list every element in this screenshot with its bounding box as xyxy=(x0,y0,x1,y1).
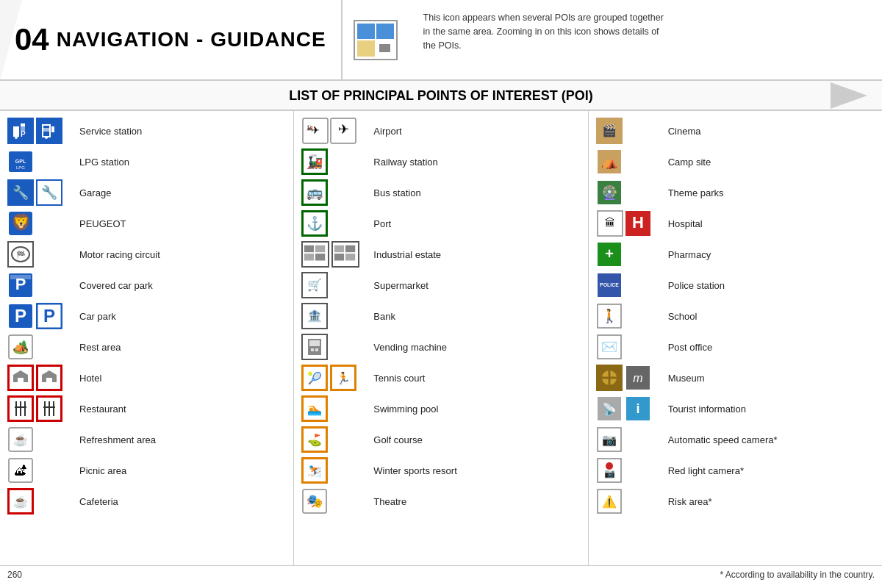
list-item: ✉️ Post office xyxy=(595,331,876,362)
svg-text:GPL: GPL xyxy=(15,159,26,164)
list-title: LIST OF PRINCIPAL POINTS OF INTEREST (PO… xyxy=(0,81,882,110)
poi-label: Car park xyxy=(79,311,116,322)
poi-icon-group: ⚓ xyxy=(301,210,368,237)
poi-icon-group: 🏕️ xyxy=(7,334,74,360)
svg-text:POLICE: POLICE xyxy=(600,282,619,287)
cluster-cell-3 xyxy=(357,40,375,57)
svg-point-8 xyxy=(45,136,48,139)
poi-label: Garage xyxy=(79,187,111,198)
chapter-title-block: 04 NAVIGATION - GUIDANCE xyxy=(0,0,343,79)
list-item: ⛷️ Winter sports resort xyxy=(300,455,581,486)
cluster-cell-1 xyxy=(357,24,375,40)
footer: 260 * According to availability in the c… xyxy=(0,565,882,584)
svg-rect-54 xyxy=(334,245,344,252)
poi-label: Golf course xyxy=(373,434,422,445)
campsite-icon: ⛺ xyxy=(596,148,623,175)
list-item: 🛒 Supermarket xyxy=(300,270,581,301)
poi-icon-group: 📷 xyxy=(596,426,662,453)
svg-text:🚂: 🚂 xyxy=(306,154,323,170)
header: 04 NAVIGATION - GUIDANCE This icon appea… xyxy=(0,0,882,81)
svg-rect-27 xyxy=(18,378,24,382)
list-item: m Museum xyxy=(595,362,876,393)
svg-rect-0 xyxy=(13,126,19,137)
svg-text:⚠️: ⚠️ xyxy=(602,495,617,509)
poi-label: Hospital xyxy=(668,218,703,229)
list-item: 🎭 Theatre xyxy=(300,486,581,517)
poi-label: LPG station xyxy=(79,157,129,168)
svg-text:📷: 📷 xyxy=(602,433,617,447)
poi-icon-group xyxy=(7,365,74,391)
poi-label: Industrial estate xyxy=(373,249,441,260)
industrial-icon-1 xyxy=(301,241,329,268)
list-item: Hotel xyxy=(6,362,287,393)
list-item: 🎾 🏃 Tennis court xyxy=(300,362,581,393)
list-item: 🚂 Railway station xyxy=(300,146,581,177)
list-item: POLICE Police station xyxy=(595,270,876,301)
poi-label: Rest area xyxy=(79,342,121,353)
poi-icon-group: ☕ xyxy=(7,488,74,514)
risk-area-icon: ⚠️ xyxy=(596,488,623,514)
poi-icon-group: ✈ 🚂 ✈ xyxy=(301,118,368,144)
page-number: 260 xyxy=(7,570,22,580)
tourist-info-icon-1: 📡 xyxy=(596,395,623,422)
svg-text:🛒: 🛒 xyxy=(307,278,322,292)
cluster-cell-2 xyxy=(376,24,394,40)
svg-text:🏦: 🏦 xyxy=(307,309,322,323)
poi-icon-group: 🎡 xyxy=(596,179,662,206)
footnote: * According to availability in the count… xyxy=(720,570,875,580)
tennis-icon-2: 🏃 xyxy=(330,365,356,391)
list-item: 🏁 Motor racing circuit xyxy=(6,239,287,270)
svg-text:i: i xyxy=(636,401,639,416)
poi-icon-group: ✉️ xyxy=(596,334,662,360)
poi-label: Picnic area xyxy=(79,465,126,476)
middle-column: ✈ 🚂 ✈ Airport 🚂 Railway station xyxy=(294,111,588,565)
industrial-icon-2 xyxy=(331,241,359,268)
svg-text:🏕: 🏕 xyxy=(15,465,26,477)
poi-icon-group: 🏁 xyxy=(7,241,74,268)
poi-label: Restaurant xyxy=(79,404,126,415)
bank-icon: 🏦 xyxy=(301,303,328,329)
poi-icon-group: P P xyxy=(7,303,74,329)
list-item: 🔧 🔧 Garage xyxy=(6,177,287,208)
cluster-icon-block xyxy=(343,0,409,79)
svg-text:🚂: 🚂 xyxy=(306,124,313,131)
list-item: Vending machine xyxy=(300,331,581,362)
poi-label: Swimming pool xyxy=(373,404,438,415)
svg-rect-53 xyxy=(315,254,325,260)
svg-text:🏕️: 🏕️ xyxy=(12,339,29,355)
poi-icon-group: P xyxy=(7,272,74,298)
list-item: Restaurant xyxy=(6,393,287,424)
svg-rect-7 xyxy=(51,126,54,132)
poi-icon-group: 🚌 xyxy=(301,179,368,206)
list-item: 🏊 Swimming pool xyxy=(300,393,581,424)
hospital-icon: 🏛 H xyxy=(596,210,652,237)
poi-icon-group: ☕ xyxy=(7,426,74,453)
poi-cluster-icon xyxy=(354,20,398,60)
svg-text:🔧: 🔧 xyxy=(12,184,29,201)
pharmacy-icon: + xyxy=(596,241,623,268)
header-description: This icon appears when several POIs are … xyxy=(409,0,688,79)
poi-icon-group: 🚂 xyxy=(301,148,368,175)
poi-icon-group: 🦁 xyxy=(7,210,74,237)
svg-rect-56 xyxy=(345,245,355,252)
railway-icon: 🚂 xyxy=(301,148,328,175)
airport-icon: ✈ 🚂 ✈ xyxy=(301,118,357,144)
svg-text:✉️: ✉️ xyxy=(601,339,618,355)
svg-text:🔧: 🔧 xyxy=(41,184,58,201)
poi-icon-group: 📡 i xyxy=(596,395,662,422)
winter-sports-icon: ⛷️ xyxy=(301,457,328,484)
poi-label: Vending machine xyxy=(373,342,447,353)
poi-label: Museum xyxy=(668,373,705,384)
poi-label: Risk area* xyxy=(668,496,712,507)
right-column: 🎬 Cinema ⛺ Camp site xyxy=(589,111,882,565)
theme-park-icon: 🎡 xyxy=(596,179,623,206)
svg-rect-51 xyxy=(304,254,314,260)
list-item: 📷 Red light camera* xyxy=(595,455,876,486)
racing-icon: 🏁 xyxy=(7,241,34,268)
svg-text:📷: 📷 xyxy=(603,467,614,478)
svg-text:🎬: 🎬 xyxy=(602,123,617,137)
list-item: Industrial estate xyxy=(300,239,581,270)
poi-icon-group: m xyxy=(596,365,662,391)
svg-rect-55 xyxy=(334,254,344,260)
poi-label: Tourist information xyxy=(668,404,746,415)
